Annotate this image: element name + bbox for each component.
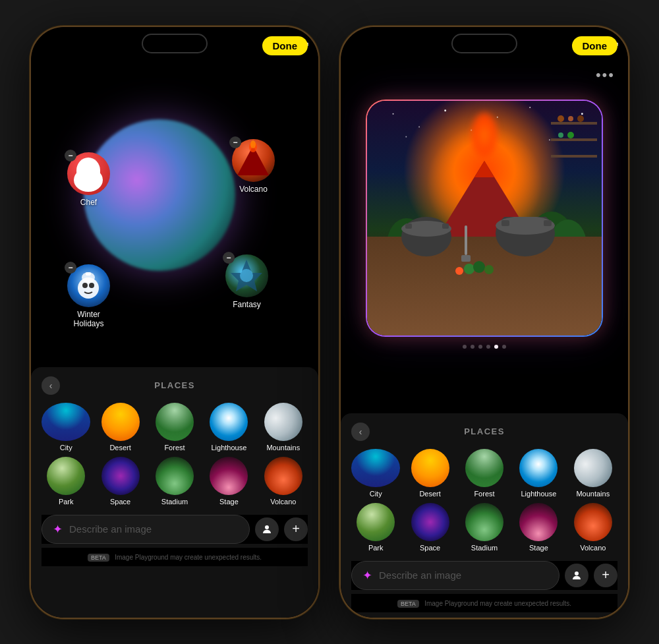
right-place-stadium[interactable]: Stadium — [460, 503, 509, 552]
left-city-label: City — [60, 444, 72, 452]
svg-rect-46 — [501, 220, 509, 226]
right-place-desert[interactable]: Desert — [405, 449, 454, 498]
right-mountains-icon — [574, 449, 612, 487]
svg-point-6 — [250, 140, 256, 148]
left-place-park[interactable]: Park — [42, 457, 90, 506]
right-stage-label: Stage — [529, 544, 548, 552]
left-place-lighthouse[interactable]: Lighthouse — [204, 403, 253, 452]
left-phone-screen: ▪▪▪ WiFi ■ Done − — [31, 27, 318, 618]
left-place-desert[interactable]: Desert — [96, 403, 144, 452]
right-add-button[interactable]: + — [594, 564, 617, 587]
right-place-mountains[interactable]: Mountains — [569, 449, 617, 498]
svg-point-20 — [529, 106, 530, 107]
left-desert-icon — [101, 403, 140, 441]
svg-point-48 — [464, 264, 474, 274]
right-plus-icon: + — [602, 568, 610, 583]
right-place-forest[interactable]: Forest — [460, 449, 509, 498]
fantasy-remove-badge[interactable]: − — [223, 252, 235, 264]
left-back-button[interactable]: ‹ — [42, 376, 60, 395]
svg-rect-33 — [551, 138, 597, 141]
svg-rect-47 — [544, 220, 552, 226]
left-place-stadium[interactable]: Stadium — [150, 457, 199, 506]
right-places-title: PLACES — [376, 426, 592, 436]
svg-rect-52 — [465, 225, 467, 255]
right-volcano-label: Volcano — [580, 544, 606, 552]
left-dynamic-island — [142, 34, 208, 53]
left-forest-icon — [156, 403, 194, 441]
right-stadium-icon — [465, 503, 503, 541]
left-stage-icon — [210, 457, 248, 495]
right-space-icon — [411, 503, 449, 541]
right-lighthouse-label: Lighthouse — [521, 490, 556, 498]
right-park-label: Park — [368, 544, 384, 552]
left-beta-text: Image Playground may create unexpected r… — [115, 554, 262, 561]
svg-point-39 — [567, 132, 574, 138]
right-volcano-icon — [574, 503, 612, 541]
winter-app-item[interactable]: − — [67, 264, 110, 328]
fantasy-app-item[interactable]: − Fantasy — [225, 254, 268, 309]
left-place-city[interactable]: City — [42, 403, 90, 452]
right-detail-bg: ‹ PLACES City Desert — [341, 100, 628, 618]
left-mountains-icon — [264, 403, 302, 441]
svg-point-3 — [90, 166, 100, 185]
svg-point-23 — [405, 136, 407, 137]
right-beta-badge: BETA — [397, 600, 419, 608]
right-phone: ▪▪▪ WiFi ■ Done ••• — [339, 26, 629, 619]
svg-point-2 — [76, 166, 87, 185]
svg-point-37 — [577, 115, 584, 122]
right-phone-screen: ▪▪▪ WiFi ■ Done ••• — [341, 27, 628, 618]
right-places-grid-row1: City Desert Forest — [351, 449, 617, 498]
right-dynamic-island — [451, 34, 517, 53]
right-park-icon — [357, 503, 395, 541]
chef-app-item[interactable]: − Chef — [67, 152, 110, 207]
left-place-space[interactable]: Space — [96, 457, 144, 506]
left-person-button[interactable] — [255, 517, 279, 541]
svg-point-14 — [265, 525, 269, 529]
right-place-lighthouse[interactable]: Lighthouse — [514, 449, 563, 498]
right-desert-icon — [411, 449, 449, 487]
right-places-section: ‹ PLACES City Desert — [341, 413, 628, 618]
svg-rect-43 — [442, 223, 449, 229]
left-place-forest[interactable]: Forest — [150, 403, 199, 452]
right-forest-label: Forest — [474, 490, 494, 498]
svg-rect-34 — [551, 155, 597, 158]
right-place-city[interactable]: City — [351, 449, 400, 498]
svg-point-8 — [82, 283, 88, 288]
left-lighthouse-label: Lighthouse — [211, 444, 246, 452]
svg-point-19 — [497, 116, 498, 117]
dot-1 — [463, 345, 467, 349]
page-container: ▪▪▪ WiFi ■ Done − — [13, 26, 646, 619]
left-describe-input[interactable]: ✦ Describe an image — [42, 515, 250, 544]
volcano-remove-badge[interactable]: − — [229, 136, 241, 148]
left-lighthouse-icon — [210, 403, 248, 441]
left-sparkle-icon: ✦ — [53, 522, 63, 537]
right-place-volcano[interactable]: Volcano — [569, 503, 617, 552]
volcano-app-item[interactable]: − Volcano — [232, 139, 275, 194]
dot-3 — [478, 345, 482, 349]
dot-5-active — [494, 345, 498, 349]
svg-point-36 — [568, 116, 573, 121]
chef-remove-badge[interactable]: − — [65, 150, 76, 161]
svg-rect-42 — [405, 223, 412, 229]
right-describe-input[interactable]: ✦ Describe an image — [351, 561, 559, 590]
right-done-button[interactable]: Done — [572, 36, 618, 55]
right-person-button[interactable] — [565, 564, 588, 587]
winter-remove-badge[interactable]: − — [65, 262, 76, 274]
right-place-space[interactable]: Space — [405, 503, 454, 552]
chef-label: Chef — [80, 198, 97, 207]
left-place-stage[interactable]: Stage — [204, 457, 253, 506]
left-space-icon — [101, 457, 140, 495]
left-place-volcano[interactable]: Volcano — [259, 457, 308, 506]
right-place-park[interactable]: Park — [351, 503, 400, 552]
winter-label: Winter Holidays — [73, 310, 103, 328]
right-places-grid-row2: Park Space Stadium — [351, 503, 617, 552]
left-volcano-label: Volcano — [270, 498, 296, 506]
left-place-mountains[interactable]: Mountains — [259, 403, 308, 452]
left-desert-label: Desert — [109, 444, 130, 452]
right-input-placeholder: Describe an image — [379, 570, 461, 581]
left-add-button[interactable]: + — [284, 517, 308, 541]
right-place-stage[interactable]: Stage — [514, 503, 563, 552]
left-done-button[interactable]: Done — [262, 36, 308, 55]
dot-4 — [486, 345, 490, 349]
right-back-button[interactable]: ‹ — [351, 423, 370, 441]
